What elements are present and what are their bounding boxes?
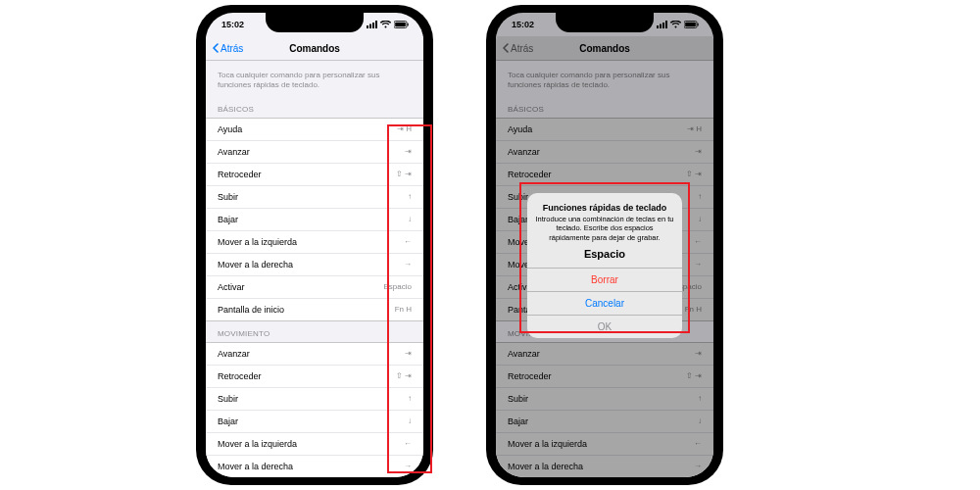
svg-rect-5 (395, 23, 406, 27)
chevron-left-icon (212, 43, 219, 53)
row-mover-der-2[interactable]: Mover a la derecha→ (206, 456, 423, 477)
shortcut-value: ↑ (408, 192, 412, 201)
wifi-icon (380, 21, 391, 28)
signal-icon (367, 21, 377, 28)
alert-current-value: Espacio (527, 248, 682, 268)
row-bajar[interactable]: Bajar↓ (206, 209, 423, 231)
row-mover-der[interactable]: Mover a la derecha→ (206, 254, 423, 276)
svg-rect-0 (367, 25, 368, 28)
section-header-basic: BÁSICOS (206, 97, 423, 118)
shortcut-value: → (404, 260, 412, 269)
row-mover-izq-2[interactable]: Mover a la izquierda← (206, 433, 423, 456)
shortcut-value: Fn H (395, 305, 412, 314)
row-pantalla-inicio[interactable]: Pantalla de inicioFn H (206, 299, 423, 320)
alert-message: Introduce una combinación de teclas en t… (527, 215, 682, 248)
row-subir-2[interactable]: Subir↑ (206, 388, 423, 411)
shortcut-value: ↓ (408, 416, 412, 425)
row-avanzar-2[interactable]: Avanzar⇥ (206, 343, 423, 366)
row-retroceder-2[interactable]: Retroceder⇧ ⇥ (206, 366, 423, 388)
alert-ok-button[interactable]: OK (527, 315, 682, 338)
phone-right: 15:02 Atrás Comandos Toca cualquier coma… (486, 5, 723, 485)
intro-hint: Toca cualquier comando para personalizar… (206, 61, 423, 97)
back-button[interactable]: Atrás (212, 43, 243, 54)
page-title: Comandos (289, 43, 340, 54)
row-activar[interactable]: ActivarEspacio (206, 276, 423, 299)
notch (556, 13, 654, 32)
shortcut-value: ↑ (408, 394, 412, 403)
alert-title: Funciones rápidas de teclado (527, 193, 682, 215)
notch (266, 13, 364, 32)
alert-cancel-button[interactable]: Cancelar (527, 291, 682, 315)
svg-rect-3 (375, 21, 377, 28)
shortcut-value: ← (404, 439, 412, 448)
list-movement: Avanzar⇥ Retroceder⇧ ⇥ Subir↑ Bajar↓ Mov… (206, 342, 423, 477)
svg-rect-1 (369, 24, 371, 29)
shortcut-value: ⇥ H (397, 124, 412, 133)
row-mover-izq[interactable]: Mover a la izquierda← (206, 231, 423, 254)
shortcut-value: Espacio (384, 282, 412, 291)
list-basic: Ayuda⇥ H Avanzar⇥ Retroceder⇧ ⇥ Subir↑ B… (206, 118, 423, 321)
shortcut-value: → (404, 462, 412, 470)
shortcut-value: ⇥ (405, 147, 412, 156)
svg-rect-2 (372, 23, 374, 28)
phone-left: 15:02 Atrás Comandos Toca cualquier coma… (196, 5, 433, 485)
back-label: Atrás (220, 43, 243, 54)
alert-delete-button[interactable]: Borrar (527, 268, 682, 291)
section-header-movement: MOVIMIENTO (206, 321, 423, 342)
status-time: 15:02 (221, 20, 244, 29)
scroll-content[interactable]: Toca cualquier comando para personalizar… (206, 61, 423, 477)
row-retroceder[interactable]: Retroceder⇧ ⇥ (206, 164, 423, 186)
keyboard-shortcut-alert: Funciones rápidas de teclado Introduce u… (527, 193, 682, 338)
shortcut-value: ⇧ ⇥ (396, 170, 412, 178)
shortcut-value: ⇥ (405, 349, 412, 358)
row-bajar-2[interactable]: Bajar↓ (206, 411, 423, 433)
shortcut-value: ← (404, 237, 412, 246)
row-subir[interactable]: Subir↑ (206, 186, 423, 209)
row-avanzar[interactable]: Avanzar⇥ (206, 141, 423, 164)
row-ayuda[interactable]: Ayuda⇥ H (206, 119, 423, 141)
svg-rect-6 (408, 24, 409, 26)
shortcut-value: ↓ (408, 215, 412, 223)
shortcut-value: ⇧ ⇥ (396, 371, 412, 380)
battery-icon (394, 21, 410, 28)
nav-bar: Atrás Comandos (206, 36, 423, 61)
